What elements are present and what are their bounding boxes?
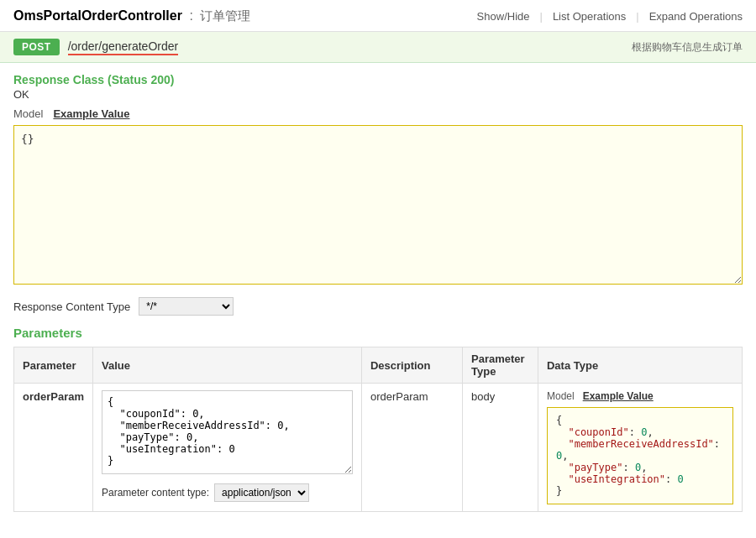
param-data-type-cell: Model Example Value { "couponId": 0, "me… — [538, 384, 742, 512]
parameters-section: Parameters Parameter Value Description P… — [13, 326, 743, 512]
example-value-tab-small[interactable]: Example Value — [580, 390, 657, 402]
controller-name: OmsPortalOrderController — [13, 8, 182, 23]
ev-brace-close: } — [556, 485, 562, 497]
title-separator: : — [189, 8, 197, 23]
th-value: Value — [92, 347, 361, 384]
response-class-title: Response Class (Status 200) — [13, 73, 743, 86]
th-data-type: Data Type — [538, 347, 742, 384]
param-type-cell: body — [462, 384, 538, 512]
endpoint-path: /order/generateOrder — [68, 39, 179, 55]
params-tbody: orderParam { "couponId": 0, "memberRecei… — [14, 384, 743, 512]
ev-key-couponId: "couponId" — [568, 426, 628, 438]
endpoint-description: 根据购物车信息生成订单 — [632, 40, 743, 55]
show-hide-link[interactable]: Show/Hide — [477, 10, 530, 23]
params-thead: Parameter Value Description ParameterTyp… — [14, 347, 743, 384]
header: OmsPortalOrderController : 订单管理 Show/Hid… — [0, 0, 756, 32]
ev-key-payType: "payType" — [568, 462, 622, 473]
param-description: orderParam — [370, 390, 428, 403]
header-actions: Show/Hide | List Operations | Expand Ope… — [477, 10, 743, 23]
example-model-label: Model — [547, 390, 575, 402]
endpoint-left: POST /order/generateOrder — [13, 39, 178, 55]
parameters-title: Parameters — [13, 326, 743, 340]
response-class-section: Response Class (Status 200) OK Model Exa… — [13, 73, 743, 287]
param-type: body — [471, 390, 495, 403]
ev-key-useIntegration: "useIntegration" — [568, 473, 665, 485]
param-description-cell: orderParam — [361, 384, 462, 512]
param-content-type-label: Parameter content type: — [102, 487, 209, 499]
params-header-row: Parameter Value Description ParameterTyp… — [14, 347, 743, 384]
ev-val-payType: 0 — [635, 462, 641, 473]
method-badge[interactable]: POST — [13, 39, 60, 55]
ev-key-memberReceiveAddressId: "memberReceiveAddressId" — [568, 438, 713, 450]
response-status-value: OK — [13, 88, 743, 101]
content-type-select[interactable]: */* application/json text/plain — [139, 297, 234, 316]
model-tabs: Model Example Value — [13, 107, 743, 120]
page-container: OmsPortalOrderController : 订单管理 Show/Hid… — [0, 0, 756, 538]
ev-val-useIntegration: 0 — [677, 473, 683, 485]
param-name-cell: orderParam — [14, 384, 93, 512]
param-content-type-row: Parameter content type: application/json… — [102, 483, 353, 502]
param-name: orderParam — [23, 390, 84, 403]
th-description: Description — [361, 347, 462, 384]
param-value-cell: { "couponId": 0, "memberReceiveAddressId… — [92, 384, 361, 512]
example-value-box: { "couponId": 0, "memberReceiveAddressId… — [547, 407, 733, 504]
ev-brace-open: { — [556, 415, 562, 426]
content-type-label: Response Content Type — [13, 300, 130, 313]
header-title: OmsPortalOrderController : 订单管理 — [13, 8, 250, 24]
list-operations-link[interactable]: List Operations — [553, 10, 626, 23]
ev-val-memberReceiveAddressId: 0 — [556, 450, 562, 462]
ev-val-couponId: 0 — [641, 426, 647, 438]
main-content: Response Class (Status 200) OK Model Exa… — [0, 63, 756, 522]
param-content-type-select[interactable]: application/json text/plain */* — [214, 483, 309, 502]
example-value-tab[interactable]: Example Value — [50, 107, 133, 120]
expand-operations-link[interactable]: Expand Operations — [649, 10, 743, 23]
th-param-type: ParameterType — [462, 347, 538, 384]
endpoint-bar: POST /order/generateOrder 根据购物车信息生成订单 — [0, 32, 756, 63]
parameters-table: Parameter Value Description ParameterTyp… — [13, 347, 743, 512]
controller-subtitle: 订单管理 — [200, 8, 250, 23]
param-value-textarea[interactable]: { "couponId": 0, "memberReceiveAddressId… — [102, 390, 353, 474]
model-label: Model — [13, 107, 43, 120]
response-json-textarea[interactable]: {} — [13, 125, 743, 285]
response-content-type-row: Response Content Type */* application/js… — [13, 297, 743, 316]
th-parameter: Parameter — [14, 347, 93, 384]
table-row: orderParam { "couponId": 0, "memberRecei… — [14, 384, 743, 512]
example-tabs-small: Model Example Value — [547, 390, 733, 402]
